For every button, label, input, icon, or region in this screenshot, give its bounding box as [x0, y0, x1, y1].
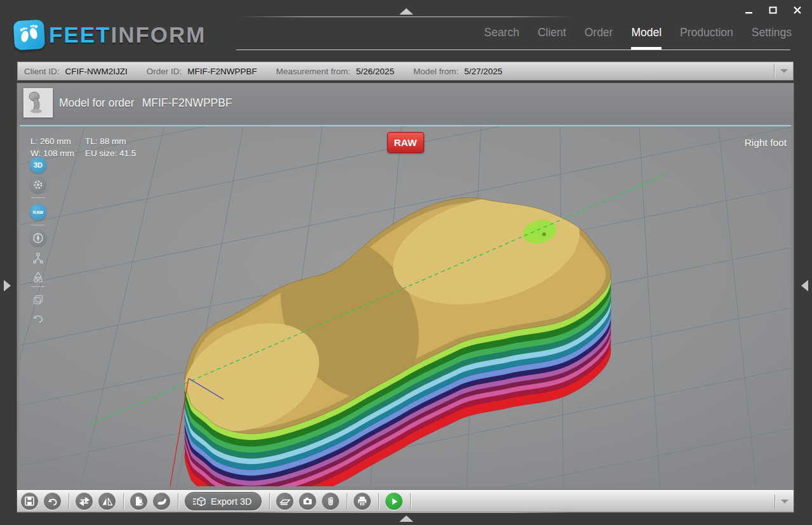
save-button[interactable]	[21, 493, 38, 510]
maximize-button[interactable]	[768, 4, 779, 16]
raw-mode-button[interactable]: RAW	[387, 132, 424, 153]
toe-length-value: TL: 88 mm	[85, 135, 126, 147]
undo-icon	[32, 312, 44, 325]
nav-production[interactable]: Production	[680, 26, 733, 48]
nav-settings[interactable]: Settings	[752, 26, 792, 48]
toolbar-divider	[269, 493, 270, 509]
model-thumbnail-icon	[23, 88, 53, 117]
mirror-button[interactable]	[98, 493, 116, 510]
attachment-button[interactable]	[322, 493, 339, 510]
toolbar-divider	[410, 493, 411, 509]
app-title-feet: FEET	[49, 22, 110, 47]
toolbar-dropdown-button[interactable]	[775, 493, 794, 510]
feet-logo-icon	[13, 20, 45, 50]
order-info-bar: Client ID: CFIF-NWM2IJZI Order ID: MFIF-…	[17, 62, 794, 81]
main-nav: Search Client Order Model Production Set…	[484, 26, 792, 48]
branch-nodes-icon	[32, 251, 44, 264]
app-window: FEETINFORM Search Client Order Model Pro…	[0, 0, 812, 525]
structure-tool-button[interactable]	[30, 249, 46, 266]
app-title: FEETINFORM	[49, 20, 206, 50]
camera-icon	[302, 496, 313, 507]
export-3d-button[interactable]: Export 3D	[185, 492, 262, 510]
export-3d-icon	[192, 496, 206, 507]
order-id-value: MFIF-F2NWPPBF	[187, 67, 257, 76]
viewport-toolbar-divider	[31, 286, 45, 287]
chevron-down-icon	[781, 500, 789, 503]
3d-viewport[interactable]: L: 260 mmTL: 88 mm W: 108 mmEU size: 41.…	[20, 125, 791, 486]
orientation-compass-button[interactable]	[30, 230, 46, 246]
primitives-tool-button[interactable]	[30, 269, 46, 285]
eu-size-value: EU size: 41.5	[85, 147, 136, 159]
app-title-inform: INFORM	[110, 22, 206, 47]
camera-button[interactable]	[299, 493, 316, 510]
app-logo: FEETINFORM	[14, 20, 206, 50]
shapes-icon	[32, 270, 44, 283]
swap-arrows-icon	[79, 496, 90, 507]
scanner-icon	[279, 496, 291, 507]
action-toolbar: Export 3D	[17, 490, 794, 512]
nav-underline	[236, 50, 790, 50]
view-3d-button[interactable]: 3D	[30, 157, 46, 173]
viewport-settings-button[interactable]	[30, 176, 46, 193]
viewport-toolbar-divider	[31, 225, 45, 225]
export-3d-label: Export 3D	[211, 496, 251, 507]
undo-icon	[47, 496, 58, 507]
left-panel-expander-icon[interactable]	[4, 280, 11, 291]
3d-scene-canvas[interactable]	[20, 126, 791, 486]
nav-search[interactable]: Search	[484, 26, 519, 48]
minimize-button[interactable]	[743, 4, 755, 16]
raw-view-button[interactable]: RAW	[30, 204, 46, 220]
print-button[interactable]	[354, 493, 371, 510]
close-button[interactable]	[792, 4, 803, 16]
page-title-text: Model for order	[59, 96, 135, 109]
save-icon	[24, 496, 35, 507]
client-id-value: CFIF-NWM2IJZI	[65, 67, 128, 76]
collapse-top-divider	[241, 17, 572, 17]
collapse-bottom-arrow-icon[interactable]	[399, 515, 413, 522]
toolbar-divider	[178, 493, 178, 509]
model-from-value: 5/27/2025	[464, 67, 502, 76]
info-bar-dropdown-button[interactable]	[774, 62, 793, 80]
measurement-from-label: Measurement from:	[276, 67, 350, 76]
play-icon	[389, 496, 399, 507]
report-document-button[interactable]	[130, 493, 147, 510]
measurements-overlay: L: 260 mmTL: 88 mm W: 108 mmEU size: 41.…	[30, 135, 136, 159]
document-icon	[133, 496, 144, 507]
page-title: Model for orderMFIF-F2NWPPBF	[59, 96, 232, 110]
window-controls	[743, 4, 803, 16]
nav-model[interactable]: Model	[631, 26, 662, 48]
nav-client[interactable]: Client	[538, 26, 566, 48]
model-panel: Model for orderMFIF-F2NWPPBF	[17, 83, 794, 512]
model-header: Model for orderMFIF-F2NWPPBF	[17, 83, 794, 124]
viewport-undo-button[interactable]	[30, 310, 46, 327]
toolbar-divider	[378, 493, 379, 509]
mirror-flip-icon	[102, 496, 113, 507]
order-id-label: Order ID:	[147, 67, 182, 76]
toolbar-divider	[69, 493, 69, 509]
model-from-label: Model from:	[413, 67, 458, 76]
nav-order[interactable]: Order	[585, 26, 613, 48]
collapse-bottom-divider	[241, 512, 572, 513]
foot-model-button[interactable]	[153, 493, 170, 510]
viewport-toolbar-divider	[31, 197, 45, 198]
toolbar-divider	[123, 493, 124, 509]
gear-icon	[32, 179, 44, 190]
page-title-order-id: MFIF-F2NWPPBF	[142, 96, 232, 109]
foot-icon	[156, 496, 168, 507]
info-bar-dropdown-divider	[774, 64, 775, 78]
scanner-button[interactable]	[276, 493, 293, 510]
right-panel-expander-icon[interactable]	[801, 280, 808, 291]
measurement-from-value: 5/26/2025	[356, 67, 394, 76]
undo-button[interactable]	[44, 493, 61, 510]
run-production-button[interactable]	[385, 493, 403, 510]
toolbar-dropdown-divider	[775, 495, 775, 508]
toolbar-divider	[347, 493, 347, 509]
foot-side-label: Right foot	[745, 137, 787, 149]
compass-icon	[32, 232, 44, 244]
duplicate-button[interactable]	[30, 291, 46, 308]
collapse-top-arrow-icon[interactable]	[399, 8, 413, 15]
paperclip-icon	[325, 496, 336, 507]
swap-sides-button[interactable]	[76, 493, 93, 510]
printer-icon	[357, 496, 368, 507]
length-value: L: 260 mm	[30, 135, 85, 147]
